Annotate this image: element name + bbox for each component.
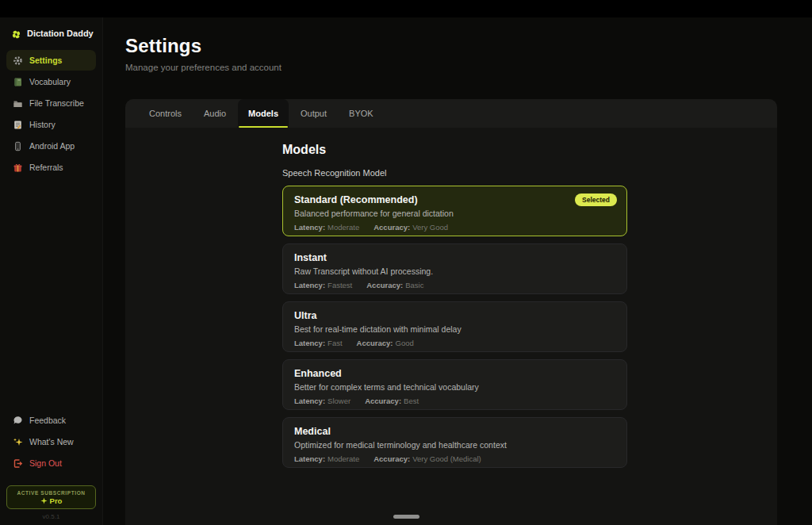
sidebar-item-settings[interactable]: Settings (6, 50, 96, 71)
sidebar: Dictation Daddy Settings (0, 17, 103, 525)
tab-byok[interactable]: BYOK (339, 99, 384, 128)
book-icon (13, 77, 23, 87)
model-option-ultra[interactable]: Ultra Best for real-time dictation with … (282, 301, 627, 352)
selected-badge: Selected (575, 194, 617, 206)
model-option-standard[interactable]: Standard (Recommended) Balanced performa… (282, 186, 627, 236)
page-header: Settings Manage your preferences and acc… (125, 35, 282, 72)
latency-stat: Latency:Slower (294, 397, 350, 405)
sidebar-item-feedback[interactable]: Feedback (6, 410, 96, 431)
model-option-medical[interactable]: Medical Optimized for medical terminolog… (282, 417, 627, 468)
tab-output[interactable]: Output (290, 99, 337, 128)
tab-bar: Controls Audio Models Output BYOK (125, 99, 777, 128)
brand: Dictation Daddy (11, 26, 93, 40)
latency-stat: Latency:Moderate (294, 223, 359, 232)
app-logo-icon (11, 29, 21, 39)
accuracy-stat: Accuracy:Good (357, 339, 414, 347)
sparkles-icon (13, 437, 23, 447)
page-title: Settings (125, 35, 282, 57)
models-tab-panel: Models Speech Recognition Model Standard… (125, 128, 777, 468)
accuracy-stat: Accuracy:Best (365, 397, 419, 405)
tab-controls[interactable]: Controls (139, 99, 192, 128)
gear-icon (13, 56, 23, 66)
app-name: Dictation Daddy (27, 29, 94, 38)
sidebar-item-history[interactable]: History (6, 114, 96, 135)
scrollbar-thumb[interactable] (393, 515, 419, 519)
sidebar-spacer (6, 178, 96, 400)
sidebar-item-sign-out[interactable]: Sign Out (6, 453, 96, 473)
app-version: v0.5.1 (6, 513, 96, 520)
section-heading: Models (282, 143, 627, 157)
app-window: Dictation Daddy Settings (0, 17, 812, 525)
section-label: Speech Recognition Model (282, 168, 627, 178)
logout-icon (13, 458, 23, 469)
model-options-list: Standard (Recommended) Balanced performa… (282, 186, 627, 468)
sidebar-item-android-app[interactable]: Android App (6, 136, 96, 156)
accuracy-stat: Accuracy:Very Good (373, 223, 448, 232)
model-option-enhanced[interactable]: Enhanced Better for complex terms and te… (282, 359, 627, 410)
latency-stat: Latency:Fastest (294, 281, 352, 289)
latency-stat: Latency:Moderate (294, 454, 359, 463)
subscription-badge[interactable]: ACTIVE SUBSCRIPTION Pro (6, 485, 96, 509)
page-subtitle: Manage your preferences and account (125, 63, 282, 72)
phone-icon (13, 141, 23, 151)
sidebar-item-vocabulary[interactable]: Vocabulary (6, 71, 96, 92)
sidebar-item-whats-new[interactable]: What's New (6, 431, 96, 452)
subscription-status-label: ACTIVE SUBSCRIPTION (17, 490, 85, 496)
accuracy-stat: Accuracy:Very Good (Medical) (373, 454, 481, 463)
gift-icon (13, 163, 23, 173)
tab-models[interactable]: Models (238, 99, 289, 128)
title-bar (0, 0, 812, 17)
folder-icon (13, 98, 23, 109)
tab-audio[interactable]: Audio (193, 99, 236, 128)
settings-panel: Controls Audio Models Output BYOK Models… (125, 99, 777, 525)
latency-stat: Latency:Fast (294, 339, 343, 347)
speech-bubble-icon (13, 416, 23, 426)
sparkle-icon (40, 497, 48, 504)
sidebar-nav: Settings Vocabulary (6, 50, 96, 178)
subscription-plan: Pro (40, 496, 63, 505)
sidebar-item-file-transcribe[interactable]: File Transcribe (6, 93, 96, 113)
accuracy-stat: Accuracy:Basic (366, 281, 423, 289)
note-icon (13, 120, 23, 130)
sidebar-item-referrals[interactable]: Referrals (6, 157, 96, 178)
sidebar-footer-nav: Feedback What's New (6, 410, 96, 474)
model-option-instant[interactable]: Instant Raw Transcript without AI proces… (282, 243, 627, 294)
main-content: Settings Manage your preferences and acc… (103, 17, 812, 525)
